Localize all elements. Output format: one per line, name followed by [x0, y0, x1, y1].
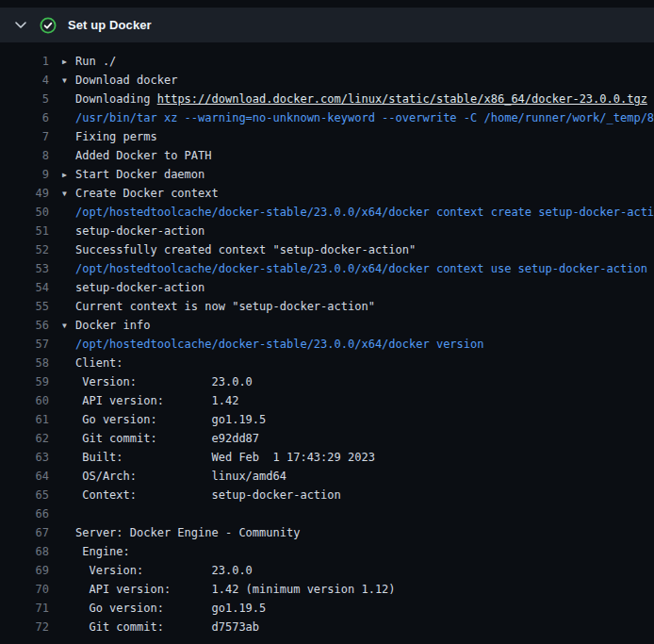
line-number[interactable]: 65 — [11, 486, 49, 504]
line-text: setup-docker-action — [62, 224, 204, 238]
line-number[interactable]: 8 — [11, 146, 49, 165]
chevron-right-icon[interactable]: ▶ — [62, 53, 75, 71]
log-line: 68 Engine: — [0, 542, 654, 561]
log-line: 65 Context: setup-docker-action — [0, 486, 654, 504]
line-text: Fixing perms — [62, 130, 157, 143]
log-line: 53/opt/hostedtoolcache/docker-stable/23.… — [0, 259, 654, 278]
line-text: /opt/hostedtoolcache/docker-stable/23.0.… — [62, 262, 647, 275]
line-text: Engine: — [62, 545, 130, 558]
log-line: 55Current context is now "setup-docker-a… — [0, 297, 654, 316]
line-number[interactable]: 71 — [11, 599, 49, 618]
group-label: Docker info — [75, 319, 150, 332]
line-number[interactable]: 68 — [11, 542, 49, 561]
line-number[interactable]: 6 — [11, 108, 49, 127]
line-text: API version: 1.42 (minimum version 1.12) — [62, 583, 396, 596]
line-number[interactable]: 56 — [11, 316, 49, 335]
log-line[interactable]: 9▶Start Docker daemon — [0, 165, 654, 184]
line-number[interactable]: 4 — [11, 71, 49, 90]
line-number[interactable]: 55 — [11, 297, 49, 316]
chevron-down-icon[interactable] — [15, 22, 26, 29]
line-number[interactable]: 54 — [11, 278, 49, 297]
log-line: 66 — [0, 504, 654, 523]
line-number[interactable]: 63 — [11, 448, 49, 467]
line-number[interactable]: 69 — [11, 561, 49, 580]
chevron-down-icon[interactable]: ▼ — [62, 185, 75, 203]
group-label: Download docker — [75, 74, 177, 87]
log-line: 6/usr/bin/tar xz --warning=no-unknown-ke… — [0, 108, 654, 127]
line-number[interactable]: 52 — [11, 240, 49, 259]
line-text: Go version: go1.19.5 — [62, 602, 266, 615]
line-number[interactable]: 59 — [11, 372, 49, 391]
line-number[interactable]: 50 — [11, 203, 49, 222]
group-label: Start Docker daemon — [75, 168, 204, 181]
line-text: API version: 1.42 — [62, 394, 238, 407]
line-text: Git commit: d7573ab — [62, 620, 259, 634]
line-number[interactable]: 64 — [11, 467, 49, 486]
line-number[interactable]: 58 — [11, 354, 49, 372]
log-line[interactable]: 4▼Download docker — [0, 71, 654, 90]
chevron-down-icon[interactable]: ▼ — [62, 317, 75, 335]
line-text: Built: Wed Feb 1 17:43:29 2023 — [62, 451, 375, 464]
line-text: Git commit: e92dd87 — [62, 432, 259, 445]
line-text: Client: — [62, 356, 123, 370]
line-number[interactable]: 60 — [11, 391, 49, 410]
log-line: 5Downloading https://download.docker.com… — [0, 90, 654, 108]
log-line[interactable]: 49▼Create Docker context — [0, 184, 654, 203]
step-title: Set up Docker — [68, 18, 152, 32]
line-text — [62, 507, 75, 520]
log-line: 70 API version: 1.42 (minimum version 1.… — [0, 580, 654, 599]
line-number[interactable]: 61 — [11, 410, 49, 429]
log-line: 71 Go version: go1.19.5 — [0, 599, 654, 618]
log-line: 63 Built: Wed Feb 1 17:43:29 2023 — [0, 448, 654, 467]
group-label: Create Docker context — [75, 187, 219, 200]
line-text: ▶Run ./ — [62, 55, 116, 68]
line-text: Successfully created context "setup-dock… — [62, 243, 416, 256]
line-text: Go version: go1.19.5 — [62, 413, 266, 426]
line-number[interactable]: 72 — [11, 618, 49, 636]
log-line: 69 Version: 23.0.0 — [0, 561, 654, 580]
line-number[interactable]: 53 — [11, 259, 49, 278]
step-header[interactable]: Set up Docker — [0, 8, 654, 42]
line-number[interactable]: 70 — [11, 580, 49, 599]
log-line[interactable]: 1▶Run ./ — [0, 52, 654, 71]
log-line: 7Fixing perms — [0, 127, 654, 146]
log-line: 67Server: Docker Engine - Community — [0, 523, 654, 542]
log-line: 60 API version: 1.42 — [0, 391, 654, 410]
line-text: /opt/hostedtoolcache/docker-stable/23.0.… — [62, 338, 483, 351]
log-line[interactable]: 56▼Docker info — [0, 316, 654, 335]
line-text: ▶Start Docker daemon — [62, 168, 204, 181]
log-line: 57/opt/hostedtoolcache/docker-stable/23.… — [0, 335, 654, 354]
line-text: ▼Create Docker context — [62, 187, 219, 200]
log-line: 54setup-docker-action — [0, 278, 654, 297]
log-link[interactable]: https://download.docker.com/linux/static… — [157, 92, 647, 106]
log-line: 59 Version: 23.0.0 — [0, 372, 654, 391]
group-label: Run ./ — [75, 55, 116, 68]
line-text: Downloading https://download.docker.com/… — [62, 92, 647, 106]
log-line: 61 Go version: go1.19.5 — [0, 410, 654, 429]
log-line: 8Added Docker to PATH — [0, 146, 654, 165]
line-number[interactable]: 57 — [11, 335, 49, 354]
log-line: 50/opt/hostedtoolcache/docker-stable/23.… — [0, 203, 654, 222]
line-text: ▼Docker info — [62, 319, 150, 332]
line-number[interactable]: 7 — [11, 127, 49, 146]
check-circle-icon — [40, 17, 57, 34]
line-number[interactable]: 51 — [11, 222, 49, 240]
line-number[interactable]: 49 — [11, 184, 49, 203]
line-number[interactable]: 9 — [11, 165, 49, 184]
line-text: Added Docker to PATH — [62, 149, 212, 162]
line-text: /opt/hostedtoolcache/docker-stable/23.0.… — [62, 206, 654, 219]
chevron-down-icon[interactable]: ▼ — [62, 72, 75, 90]
line-text: Server: Docker Engine - Community — [62, 526, 300, 539]
line-number[interactable]: 1 — [11, 52, 49, 71]
line-text: Version: 23.0.0 — [62, 375, 253, 388]
line-text: setup-docker-action — [62, 281, 204, 294]
line-text: Current context is now "setup-docker-act… — [62, 300, 375, 313]
line-number[interactable]: 67 — [11, 523, 49, 542]
log-line: 58Client: — [0, 354, 654, 372]
line-number[interactable]: 5 — [11, 90, 49, 108]
chevron-right-icon[interactable]: ▶ — [62, 166, 75, 184]
line-number[interactable]: 66 — [11, 504, 49, 523]
log-line: 72 Git commit: d7573ab — [0, 618, 654, 636]
line-number[interactable]: 62 — [11, 429, 49, 448]
log-line: 52Successfully created context "setup-do… — [0, 240, 654, 259]
